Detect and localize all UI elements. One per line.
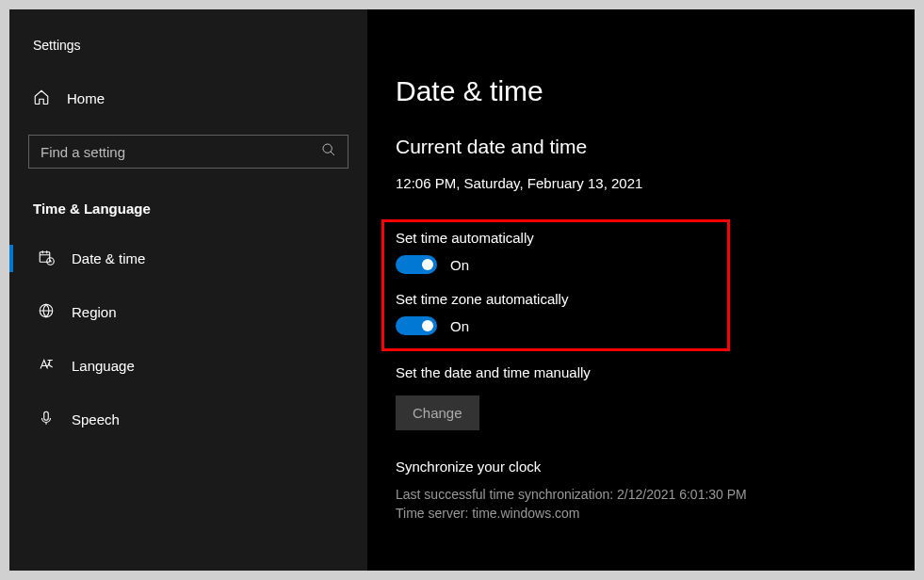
sidebar-item-speech[interactable]: Speech [9, 396, 367, 443]
current-datetime-heading: Current date and time [396, 136, 886, 158]
set-time-auto-toggle[interactable] [396, 255, 437, 274]
home-icon [33, 89, 50, 108]
sync-server: Time server: time.windows.com [396, 505, 886, 524]
home-nav[interactable]: Home [9, 72, 367, 125]
sidebar-item-label: Language [72, 358, 135, 374]
sidebar-item-region[interactable]: Region [9, 289, 367, 335]
current-datetime-value: 12:06 PM, Saturday, February 13, 2021 [396, 175, 886, 191]
set-time-auto-state: On [450, 257, 469, 273]
sync-info: Last successful time synchronization: 2/… [396, 486, 886, 523]
svg-point-0 [323, 144, 332, 153]
set-manual-label: Set the date and time manually [396, 364, 886, 380]
sync-heading: Synchronize your clock [396, 459, 886, 475]
sidebar-item-label: Date & time [72, 250, 145, 266]
set-tz-auto-label: Set time zone automatically [396, 291, 716, 307]
app-title: Settings [9, 28, 367, 72]
microphone-icon [38, 410, 55, 429]
sidebar-item-language[interactable]: Language [9, 343, 367, 389]
search-box[interactable] [28, 135, 349, 169]
settings-window: Settings Home Time & Language Date & tim… [9, 9, 915, 571]
change-button[interactable]: Change [396, 395, 479, 430]
svg-rect-1 [40, 252, 50, 263]
annotation-highlight: Set time automatically On Set time zone … [381, 219, 730, 351]
sidebar-section-header: Time & Language [9, 191, 367, 235]
page-title: Date & time [396, 75, 886, 107]
sync-last: Last successful time synchronization: 2/… [396, 486, 886, 505]
search-input[interactable] [41, 144, 307, 160]
sidebar-item-date-time[interactable]: Date & time [9, 235, 367, 282]
set-tz-auto-state: On [450, 318, 469, 334]
svg-rect-4 [44, 411, 49, 420]
calendar-clock-icon [38, 249, 55, 268]
search-icon [321, 142, 336, 161]
sidebar-item-label: Speech [72, 411, 120, 427]
language-icon [38, 356, 55, 376]
home-label: Home [67, 90, 105, 106]
set-time-auto-row: On [396, 255, 716, 274]
sidebar: Settings Home Time & Language Date & tim… [9, 9, 367, 571]
sidebar-item-label: Region [72, 304, 117, 320]
main-content: Date & time Current date and time 12:06 … [367, 9, 915, 571]
globe-icon [38, 302, 55, 322]
set-tz-auto-toggle[interactable] [396, 316, 437, 335]
set-tz-auto-row: On [396, 316, 716, 335]
set-time-auto-label: Set time automatically [396, 230, 716, 246]
